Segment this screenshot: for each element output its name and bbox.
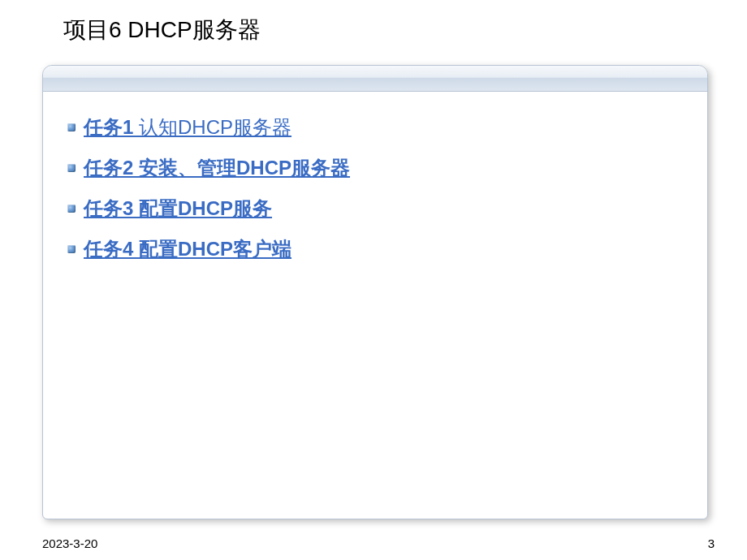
slide-title: 项目6 DHCP服务器 (63, 15, 261, 45)
content-panel: 任务1 认知DHCP服务器 任务2 安装、管理DHCP服务器 任务3 配置DHC… (42, 65, 708, 519)
task-rest: 安装、管理DHCP服务器 (139, 157, 350, 179)
task-rest: 认知DHCP服务器 (139, 116, 291, 138)
bullet-icon (67, 123, 76, 131)
task-item-1: 任务1 认知DHCP服务器 (67, 114, 683, 140)
footer-page-number: 3 (708, 536, 715, 550)
task-link-1[interactable]: 任务1 认知DHCP服务器 (84, 114, 291, 140)
task-prefix: 任务2 (84, 157, 139, 179)
panel-header-bar (43, 66, 707, 92)
task-link-2[interactable]: 任务2 安装、管理DHCP服务器 (84, 155, 350, 181)
task-item-4: 任务4 配置DHCP客户端 (67, 236, 683, 262)
task-item-2: 任务2 安装、管理DHCP服务器 (67, 155, 683, 181)
footer-date: 2023-3-20 (42, 536, 97, 550)
task-link-4[interactable]: 任务4 配置DHCP客户端 (84, 236, 291, 262)
panel-body: 任务1 认知DHCP服务器 任务2 安装、管理DHCP服务器 任务3 配置DHC… (43, 92, 707, 299)
bullet-icon (67, 245, 76, 253)
task-prefix: 任务3 (84, 197, 139, 219)
bullet-icon (67, 164, 76, 172)
task-list: 任务1 认知DHCP服务器 任务2 安装、管理DHCP服务器 任务3 配置DHC… (67, 114, 683, 262)
bullet-icon (67, 205, 76, 213)
task-rest: 配置DHCP客户端 (139, 238, 291, 260)
task-prefix: 任务1 (84, 116, 139, 138)
task-item-3: 任务3 配置DHCP服务 (67, 196, 683, 222)
task-prefix: 任务4 (84, 238, 139, 260)
task-rest: 配置DHCP服务 (139, 197, 272, 219)
task-link-3[interactable]: 任务3 配置DHCP服务 (84, 196, 272, 222)
